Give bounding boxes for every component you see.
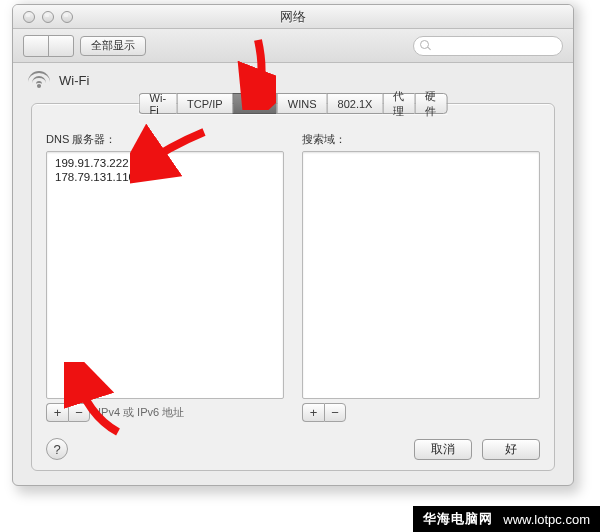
search-input[interactable]: [413, 36, 563, 56]
dns-servers-list[interactable]: 199.91.73.222178.79.131.110: [46, 151, 284, 399]
forward-button[interactable]: [48, 35, 74, 57]
titlebar: 网络: [13, 5, 573, 29]
dns-entry[interactable]: 199.91.73.222: [53, 156, 277, 170]
tab-802.1x[interactable]: 802.1X: [327, 93, 383, 114]
tab-wins[interactable]: WINS: [277, 93, 327, 114]
preferences-window: 网络 全部显示 Wi-Fi Wi-FiTCP/IPDNSWINS802.1X代理…: [12, 4, 574, 486]
watermark-url: www.lotpc.com: [503, 512, 590, 527]
ok-button[interactable]: 好: [482, 439, 540, 460]
dns-hint: IPv4 或 IPv6 地址: [98, 405, 184, 420]
window-title: 网络: [13, 8, 573, 26]
search-domains-list[interactable]: [302, 151, 540, 399]
add-dns-button[interactable]: +: [46, 403, 68, 422]
content-area: Wi-Fi Wi-FiTCP/IPDNSWINS802.1X代理硬件 DNS 服…: [13, 63, 573, 485]
search-icon: [420, 40, 431, 51]
domain-pm-buttons: + −: [302, 403, 346, 422]
dns-pm-buttons: + −: [46, 403, 90, 422]
show-all-button[interactable]: 全部显示: [80, 36, 146, 56]
show-all-label: 全部显示: [91, 38, 135, 53]
interface-name: Wi-Fi: [59, 73, 89, 88]
toolbar: 全部显示: [13, 29, 573, 63]
wifi-icon: [27, 71, 51, 89]
back-button[interactable]: [23, 35, 49, 57]
dns-servers-label: DNS 服务器：: [46, 132, 284, 147]
search-domains-column: 搜索域： + −: [302, 132, 540, 422]
search-domains-label: 搜索域：: [302, 132, 540, 147]
tab-代理[interactable]: 代理: [382, 93, 414, 114]
tab-bar: Wi-FiTCP/IPDNSWINS802.1X代理硬件: [139, 93, 448, 114]
watermark-zh: 华海电脑网: [423, 510, 493, 528]
tab-wi-fi[interactable]: Wi-Fi: [139, 93, 177, 114]
cancel-button[interactable]: 取消: [414, 439, 472, 460]
remove-domain-button[interactable]: −: [324, 403, 346, 422]
help-button[interactable]: ?: [46, 438, 68, 460]
add-domain-button[interactable]: +: [302, 403, 324, 422]
tab-tcp/ip[interactable]: TCP/IP: [176, 93, 232, 114]
tab-硬件[interactable]: 硬件: [414, 93, 447, 114]
dns-entry[interactable]: 178.79.131.110: [53, 170, 277, 184]
tab-dns[interactable]: DNS: [233, 93, 277, 114]
interface-header: Wi-Fi: [13, 63, 573, 97]
settings-sheet: Wi-FiTCP/IPDNSWINS802.1X代理硬件 DNS 服务器： 19…: [31, 103, 555, 471]
dns-servers-column: DNS 服务器： 199.91.73.222178.79.131.110 + −…: [46, 132, 284, 422]
watermark: 华海电脑网 www.lotpc.com: [413, 506, 600, 532]
remove-dns-button[interactable]: −: [68, 403, 90, 422]
